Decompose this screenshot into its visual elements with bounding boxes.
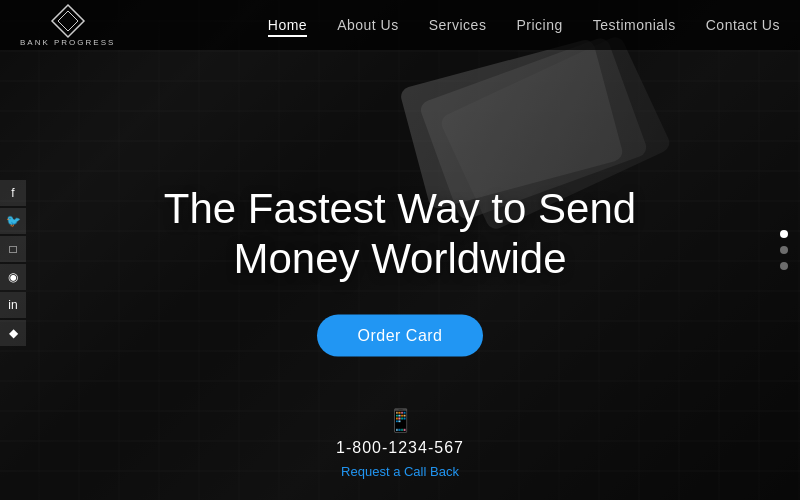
order-card-button[interactable]: Order Card <box>317 314 482 356</box>
hero-section: The Fastest Way to Send Money Worldwide … <box>100 184 700 357</box>
nav-item-contact[interactable]: Contact Us <box>706 16 780 34</box>
instagram-icon[interactable]: □ <box>0 236 26 262</box>
phone-icon: 📱 <box>336 408 464 434</box>
nav-item-about[interactable]: About Us <box>337 16 399 34</box>
main-nav: BANK PROGRESS Home About Us Services Pri… <box>0 0 800 50</box>
nav-item-services[interactable]: Services <box>429 16 487 34</box>
svg-marker-1 <box>58 11 78 31</box>
nav-link-contact[interactable]: Contact Us <box>706 17 780 33</box>
snapchat-icon[interactable]: ◆ <box>0 320 26 346</box>
nav-link-services[interactable]: Services <box>429 17 487 33</box>
hero-title: The Fastest Way to Send Money Worldwide <box>100 184 700 285</box>
nav-item-testimonials[interactable]: Testimonials <box>593 16 676 34</box>
dot-1[interactable] <box>780 230 788 238</box>
nav-item-home[interactable]: Home <box>268 16 307 34</box>
svg-marker-0 <box>52 5 84 37</box>
rss-icon[interactable]: ◉ <box>0 264 26 290</box>
nav-link-about[interactable]: About Us <box>337 17 399 33</box>
nav-link-home[interactable]: Home <box>268 17 307 37</box>
nav-link-pricing[interactable]: Pricing <box>516 17 562 33</box>
callback-link[interactable]: Request a Call Back <box>341 464 459 479</box>
nav-link-testimonials[interactable]: Testimonials <box>593 17 676 33</box>
twitter-icon[interactable]: 🐦 <box>0 208 26 234</box>
phone-number: 1-800-1234-567 <box>336 439 464 457</box>
logo-icon <box>50 3 86 39</box>
dot-3[interactable] <box>780 262 788 270</box>
social-sidebar: f 🐦 □ ◉ in ◆ <box>0 180 26 346</box>
dot-2[interactable] <box>780 246 788 254</box>
logo[interactable]: BANK PROGRESS <box>20 3 115 47</box>
linkedin-icon[interactable]: in <box>0 292 26 318</box>
logo-brand: BANK PROGRESS <box>20 39 115 47</box>
dot-navigation <box>780 230 788 270</box>
facebook-icon[interactable]: f <box>0 180 26 206</box>
nav-links: Home About Us Services Pricing Testimoni… <box>268 16 780 34</box>
bottom-contact-section: 📱 1-800-1234-567 Request a Call Back <box>336 408 464 480</box>
nav-item-pricing[interactable]: Pricing <box>516 16 562 34</box>
